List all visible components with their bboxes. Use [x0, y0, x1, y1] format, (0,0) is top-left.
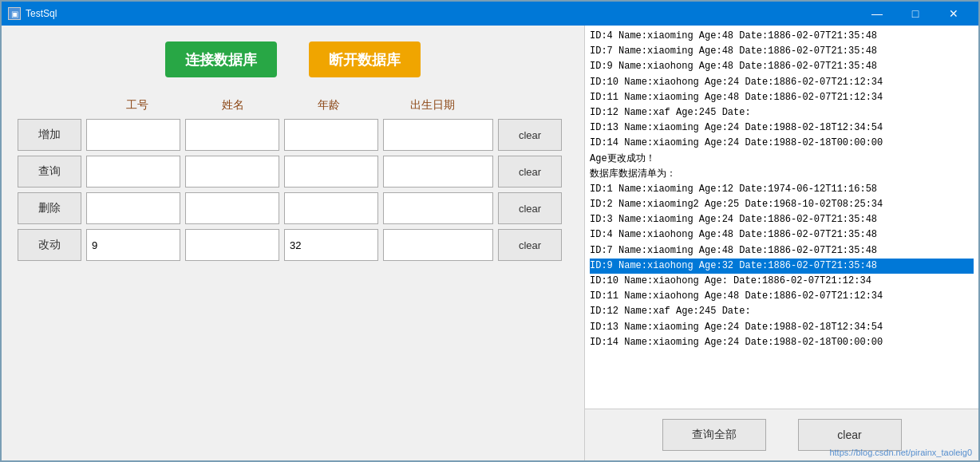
log-line-21: ID:14 Name:xiaoming Age:24 Date:1988-02-…: [590, 335, 974, 350]
modify-name-input[interactable]: [185, 229, 279, 261]
log-line-5: ID:12 Name:xaf Age:245 Date:: [590, 105, 974, 120]
row-add: 增加 clear: [18, 119, 568, 151]
modify-clear-button[interactable]: clear: [498, 229, 562, 261]
log-line-7: ID:14 Name:xiaoming Age:24 Date:1988-02-…: [590, 136, 974, 151]
bottom-clear-button[interactable]: clear: [798, 419, 902, 451]
col-header-id: 工号: [89, 98, 185, 113]
main-window: ▣ TestSql — □ ✕ 连接数据库 断开数据库 工号 姓名 年龄 出生日…: [0, 0, 980, 462]
row-query: 查询 clear: [18, 156, 568, 188]
db-button-row: 连接数据库 断开数据库: [18, 34, 568, 85]
disconnect-db-button[interactable]: 断开数据库: [309, 41, 421, 77]
log-area[interactable]: ID:4 Name:xiaoming Age:48 Date:1886-02-0…: [585, 26, 978, 409]
right-panel: ID:4 Name:xiaoming Age:48 Date:1886-02-0…: [584, 26, 978, 460]
log-line-17: ID:10 Name:xiaohong Age: Date:1886-02-07…: [590, 274, 974, 289]
query-name-input[interactable]: [185, 156, 279, 188]
log-line-3: ID:10 Name:xiaohong Age:24 Date:1886-02-…: [590, 75, 974, 90]
query-id-input[interactable]: [86, 156, 180, 188]
log-line-8: Age更改成功！: [590, 152, 974, 167]
watermark: https://blog.csdn.net/pirainx_taoleig0: [829, 448, 972, 457]
col-header-date: 出生日期: [377, 98, 488, 113]
log-line-18: ID:11 Name:xiaohong Age:48 Date:1886-02-…: [590, 289, 974, 304]
row-modify: 改动 clear: [18, 229, 568, 261]
log-line-1: ID:7 Name:xiaoming Age:48 Date:1886-02-0…: [590, 44, 974, 59]
log-line-11: ID:1 Name:xiaoming Age:12 Date:1974-06-1…: [590, 182, 974, 197]
log-line-4: ID:11 Name:xiaoming Age:48 Date:1886-02-…: [590, 90, 974, 105]
log-line-14: ID:4 Name:xiaohong Age:48 Date:1886-02-0…: [590, 227, 974, 243]
title-bar: ▣ TestSql — □ ✕: [2, 2, 978, 26]
row-delete-label: 删除: [18, 192, 81, 224]
add-date-input[interactable]: [383, 119, 493, 151]
add-age-input[interactable]: [284, 119, 378, 151]
modify-id-input[interactable]: [86, 229, 180, 261]
query-clear-button[interactable]: clear: [498, 156, 562, 188]
modify-date-input[interactable]: [383, 229, 493, 261]
window-controls: — □ ✕: [859, 2, 972, 26]
window-title: TestSql: [26, 8, 859, 19]
log-line-10: 数据库数据清单为：: [590, 167, 974, 182]
add-clear-button[interactable]: clear: [498, 119, 562, 151]
close-button[interactable]: ✕: [935, 2, 972, 26]
log-line-12: ID:2 Name:xiaoming2 Age:25 Date:1968-10-…: [590, 197, 974, 212]
delete-name-input[interactable]: [185, 192, 279, 224]
row-delete: 删除 clear: [18, 192, 568, 224]
query-all-button[interactable]: 查询全部: [662, 419, 766, 451]
connect-db-button[interactable]: 连接数据库: [165, 41, 277, 77]
log-line-6: ID:13 Name:xiaoming Age:24 Date:1988-02-…: [590, 120, 974, 136]
query-date-input[interactable]: [383, 156, 493, 188]
row-query-label: 查询: [18, 156, 81, 188]
log-line-0: ID:4 Name:xiaoming Age:48 Date:1886-02-0…: [590, 29, 974, 44]
col-header-name: 姓名: [185, 98, 281, 113]
row-modify-label: 改动: [18, 229, 81, 261]
delete-date-input[interactable]: [383, 192, 493, 224]
column-headers: 工号 姓名 年龄 出生日期: [18, 98, 568, 113]
log-line-15: ID:7 Name:xiaoming Age:48 Date:1886-02-0…: [590, 243, 974, 259]
log-line-13: ID:3 Name:xiaoming Age:24 Date:1886-02-0…: [590, 212, 974, 227]
left-panel: 连接数据库 断开数据库 工号 姓名 年龄 出生日期 增加 clear: [2, 26, 584, 460]
delete-id-input[interactable]: [86, 192, 180, 224]
log-line-20: ID:13 Name:xiaoming Age:24 Date:1988-02-…: [590, 320, 974, 335]
window-icon: ▣: [8, 7, 21, 20]
delete-age-input[interactable]: [284, 192, 378, 224]
query-age-input[interactable]: [284, 156, 378, 188]
col-header-age: 年龄: [281, 98, 377, 113]
log-line-2: ID:9 Name:xiaohong Age:48 Date:1886-02-0…: [590, 59, 974, 74]
add-name-input[interactable]: [185, 119, 279, 151]
delete-clear-button[interactable]: clear: [498, 192, 562, 224]
row-add-label: 增加: [18, 119, 81, 151]
modify-age-input[interactable]: [284, 229, 378, 261]
maximize-button[interactable]: □: [897, 2, 934, 26]
content-area: 连接数据库 断开数据库 工号 姓名 年龄 出生日期 增加 clear: [2, 26, 978, 460]
minimize-button[interactable]: —: [859, 2, 895, 26]
add-id-input[interactable]: [86, 119, 180, 151]
log-line-19: ID:12 Name:xaf Age:245 Date:: [590, 304, 974, 319]
log-line-16: ID:9 Name:xiaohong Age:32 Date:1886-02-0…: [590, 259, 974, 274]
